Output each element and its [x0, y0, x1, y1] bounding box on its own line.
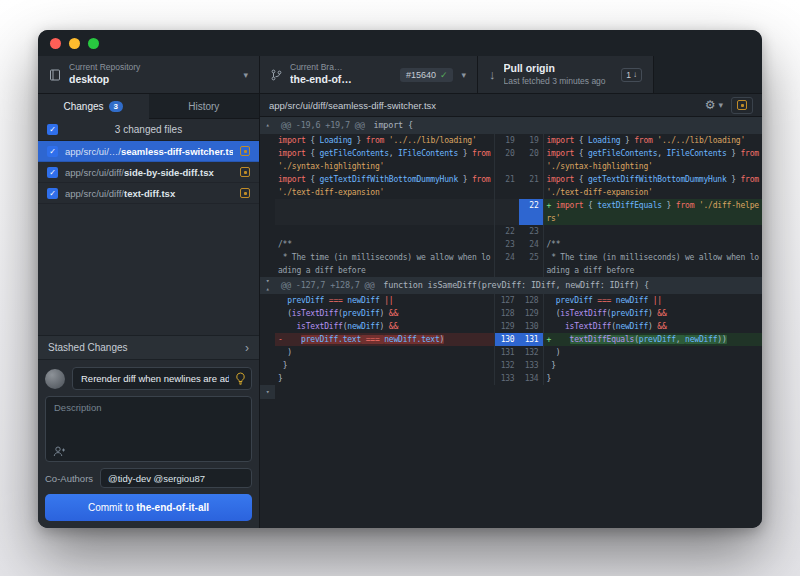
diff-line-number[interactable]: 24: [519, 238, 544, 251]
diff-row: 22+ import { textDiffEquals } from './di…: [260, 199, 762, 225]
diff-code-left: import { Loading } from '../../lib/loadi…: [275, 134, 494, 147]
add-coauthor-icon[interactable]: [53, 446, 66, 457]
chevron-down-icon: ▾: [718, 100, 723, 110]
pr-number: #15640: [406, 70, 436, 80]
chevron-right-icon: ›: [245, 341, 249, 355]
chevron-down-icon: ▾: [461, 70, 466, 80]
file-dir: app/src/ui/…/: [65, 146, 121, 157]
diff-line-number[interactable]: 23: [519, 225, 544, 238]
changes-count-badge: 3: [109, 101, 123, 112]
diff-line-number[interactable]: 127: [494, 294, 519, 307]
repository-label: Current Repository: [69, 62, 235, 73]
stashed-changes-row[interactable]: Stashed Changes ›: [38, 335, 259, 360]
diff-code-left: }: [275, 359, 494, 372]
file-checkbox[interactable]: ✓: [47, 167, 58, 178]
expand-diff-button[interactable]: ▾▴: [260, 277, 275, 294]
coauthors-label: Co-Authors: [45, 473, 93, 484]
diff-line-number[interactable]: 130: [494, 333, 519, 346]
diff-line-number[interactable]: 131: [519, 333, 544, 346]
file-status-button[interactable]: [731, 97, 753, 114]
diff-settings-button[interactable]: ⚙ ▾: [705, 99, 723, 111]
tab-history[interactable]: History: [149, 94, 260, 119]
file-checkbox[interactable]: ✓: [47, 188, 58, 199]
branch-switcher[interactable]: Current Bra… the-end-of… #15640 ✓ ▾: [260, 56, 478, 93]
pull-origin-button[interactable]: ↓ Pull origin Last fetched 3 minutes ago…: [478, 56, 654, 93]
pull-subtitle: Last fetched 3 minutes ago: [504, 76, 614, 87]
diff-gutter: [260, 251, 275, 277]
diff-row: ▾▴@@ -127,7 +128,7 @@ function isSameDif…: [260, 277, 762, 294]
diff-line-number[interactable]: 133: [494, 372, 519, 385]
avatar: [45, 369, 65, 389]
diff-line-number[interactable]: 129: [494, 320, 519, 333]
diff-line-number[interactable]: 134: [519, 372, 544, 385]
commit-summary-input[interactable]: [72, 367, 252, 390]
behind-count: 1: [626, 70, 631, 80]
expand-diff-button[interactable]: ▾: [260, 385, 275, 399]
diff-code-right: ): [544, 346, 763, 359]
file-row[interactable]: ✓ app/src/ui/…/seamless-diff-switcher.ts…: [38, 141, 259, 162]
diff-line-number[interactable]: 129: [519, 307, 544, 320]
diff-gutter: [260, 225, 275, 238]
changed-files-header: ✓ 3 changed files: [38, 119, 259, 141]
pr-status-badge[interactable]: #15640 ✓: [400, 68, 454, 82]
diff-line-number[interactable]: 19: [494, 134, 519, 147]
diff-line-number[interactable]: 132: [494, 359, 519, 372]
diff-code-right: (isTextDiff(prevDiff) &&: [544, 307, 763, 320]
zoom-button[interactable]: [88, 38, 99, 49]
branch-label: Current Bra…: [290, 62, 392, 73]
hunk-header: @@ -127,7 +128,7 @@ function isSameDiff(…: [275, 277, 762, 294]
diff-row: 2223: [260, 225, 762, 238]
diff-line-number[interactable]: 21: [494, 173, 519, 199]
select-all-checkbox[interactable]: ✓: [47, 124, 58, 135]
coauthors-input[interactable]: @tidy-dev @sergiou87: [100, 468, 252, 488]
diff-line-number[interactable]: 132: [519, 346, 544, 359]
expand-diff-button[interactable]: ▴: [260, 117, 275, 134]
diff-line-number[interactable]: 24: [494, 251, 519, 277]
repository-switcher[interactable]: Current Repository desktop ▾: [38, 56, 260, 93]
lightbulb-icon[interactable]: [235, 372, 246, 385]
diff-line-number[interactable]: 20: [494, 147, 519, 173]
diff-gutter: [260, 238, 275, 251]
diff-code-right: isTextDiff(newDiff) &&: [544, 320, 763, 333]
commit-description-input[interactable]: [54, 402, 243, 443]
minimize-button[interactable]: [69, 38, 80, 49]
diff-line-number[interactable]: 130: [519, 320, 544, 333]
file-row[interactable]: ✓ app/src/ui/diff/text-diff.tsx: [38, 183, 259, 204]
tab-history-label: History: [188, 101, 219, 112]
diff-line-number[interactable]: [494, 199, 519, 225]
diff-line-number[interactable]: 19: [519, 134, 544, 147]
pull-text: Pull origin Last fetched 3 minutes ago: [504, 62, 614, 87]
close-button[interactable]: [50, 38, 61, 49]
file-name: side-by-side-diff.tsx: [124, 167, 214, 178]
summary-field-wrap: [72, 367, 252, 390]
commit-button[interactable]: Commit to the-end-of-it-all: [45, 494, 252, 521]
diff-code-left: isTextDiff(newDiff) &&: [275, 320, 494, 333]
diff-row: import { Loading } from '../../lib/loadi…: [260, 134, 762, 147]
diff-line-number[interactable]: 21: [519, 173, 544, 199]
diff-line-number[interactable]: 23: [494, 238, 519, 251]
diff-line-number[interactable]: 133: [519, 359, 544, 372]
diff-code-right: + import { textDiffEquals } from './diff…: [544, 199, 763, 225]
file-dir: app/src/ui/diff/: [65, 188, 124, 199]
diff-line-number[interactable]: 22: [494, 225, 519, 238]
diff-gutter: [260, 294, 275, 307]
diff-line-number[interactable]: 131: [494, 346, 519, 359]
diff-row: prevDiff === newDiff ||127128 prevDiff =…: [260, 294, 762, 307]
toolbar: Current Repository desktop ▾ Current Bra…: [38, 56, 762, 94]
tab-changes[interactable]: Changes 3: [38, 94, 149, 119]
diff-line-number[interactable]: 22: [519, 199, 544, 225]
diff-line-number[interactable]: 128: [519, 294, 544, 307]
titlebar[interactable]: [38, 30, 762, 56]
diff-line-number[interactable]: 20: [519, 147, 544, 173]
file-checkbox[interactable]: ✓: [47, 146, 58, 157]
diff-row: ▾: [260, 385, 762, 399]
diff-line-number[interactable]: 128: [494, 307, 519, 320]
arrow-down-icon: ↓: [489, 67, 496, 82]
content: Changes 3 History ✓ 3 changed files ✓ ap…: [38, 94, 762, 528]
diff-panel: app/src/ui/diff/seamless-diff-switcher.t…: [260, 94, 762, 528]
repository-name: desktop: [69, 73, 235, 87]
file-row[interactable]: ✓ app/src/ui/diff/side-by-side-diff.tsx: [38, 162, 259, 183]
diff-line-number[interactable]: 25: [519, 251, 544, 277]
commit-button-branch: the-end-of-it-all: [136, 502, 209, 513]
diff-code-left: }: [275, 372, 494, 385]
